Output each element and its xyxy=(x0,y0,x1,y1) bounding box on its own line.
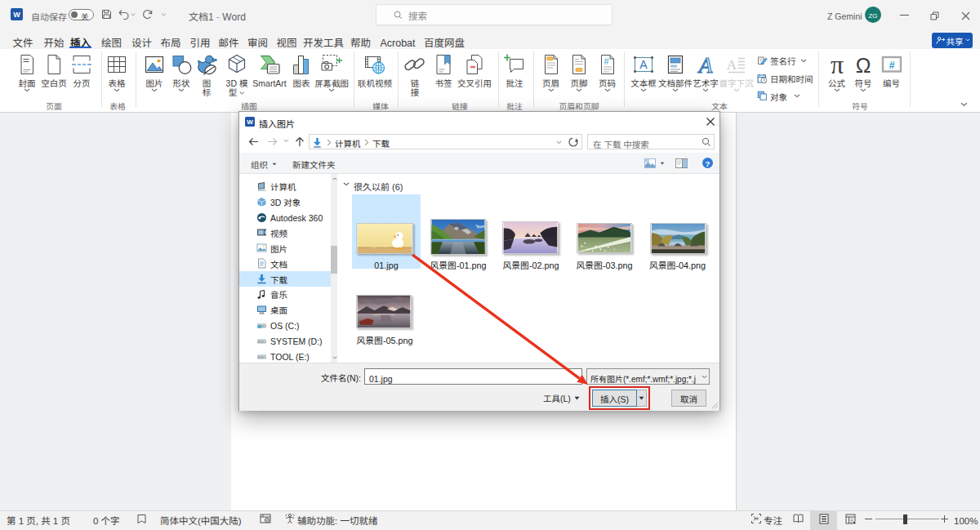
svg-text:#: # xyxy=(604,56,609,66)
svg-text:#: # xyxy=(889,60,894,71)
svg-text:Ω: Ω xyxy=(856,54,871,77)
svg-text:A: A xyxy=(639,58,648,71)
svg-text:A: A xyxy=(726,57,737,73)
svg-text:A: A xyxy=(697,53,713,78)
svg-text:π: π xyxy=(830,52,843,77)
